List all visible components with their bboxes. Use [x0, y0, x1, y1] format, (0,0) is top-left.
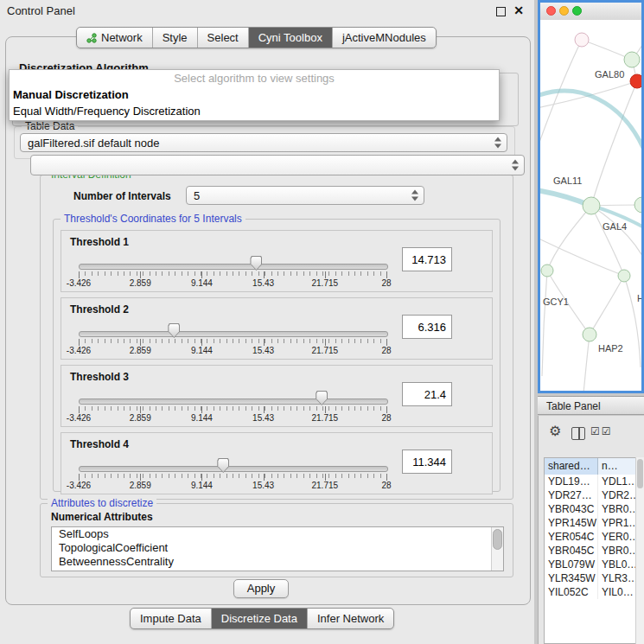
slider-major-tick — [325, 406, 326, 413]
gear-icon[interactable]: ⚙ — [549, 424, 561, 438]
close-icon[interactable]: ✕ — [513, 3, 524, 17]
table-data-combo[interactable]: galFiltered.sif default node — [20, 133, 507, 152]
table-row[interactable]: YLR345WYLR3… — [545, 571, 636, 585]
scrollbar[interactable] — [635, 457, 644, 644]
network-node[interactable] — [634, 197, 641, 213]
network-node[interactable] — [630, 74, 641, 88]
slider-major-tick — [264, 474, 265, 481]
network-node[interactable] — [583, 328, 596, 341]
network-node[interactable] — [575, 33, 589, 47]
slider-major-tick — [386, 271, 387, 278]
tab-cyni-toolbox[interactable]: Cyni Toolbox — [249, 28, 333, 48]
zoom-traffic-light[interactable] — [572, 6, 582, 16]
slider-scale-label: 9.144 — [191, 413, 213, 423]
threshold-panel: Threshold 3-3.4262.8599.14415.4321.71528… — [61, 365, 493, 427]
dropdown-option[interactable]: Manual Discretization — [10, 86, 499, 103]
float-window-icon[interactable] — [496, 7, 506, 16]
tab-discretize-data[interactable]: Discretize Data — [212, 609, 308, 628]
slider-major-tick — [201, 271, 202, 278]
slider-track[interactable] — [79, 399, 388, 405]
table-cell: YIL0… — [598, 585, 636, 599]
slider-thumb[interactable] — [250, 256, 262, 271]
slider-ticks — [79, 474, 387, 478]
network-node[interactable] — [624, 52, 640, 67]
column-header[interactable]: n… — [598, 458, 636, 475]
column-header[interactable]: shared… — [545, 458, 598, 475]
num-intervals-combo[interactable]: 5 — [186, 186, 424, 205]
numerical-attributes-label: Numerical Attributes — [51, 511, 153, 523]
slider-scale-label: 28 — [381, 278, 391, 288]
slider-scale-label: 9.144 — [191, 278, 213, 288]
slider-thumb-face — [251, 257, 261, 270]
table-row[interactable]: YBR043CYBR0… — [545, 502, 636, 516]
minimize-traffic-light[interactable] — [559, 6, 569, 16]
node-label: GAL11 — [553, 175, 582, 186]
network-canvas[interactable]: GAL80GAL11GAL4GCY1HAP2H — [540, 20, 641, 391]
table-cell: YLR3… — [598, 571, 636, 585]
table-row[interactable]: YER054CYER0… — [545, 530, 636, 544]
slider-ticks — [79, 271, 387, 276]
slider-major-tick — [386, 474, 387, 481]
table-row[interactable]: YBL079WYBL0… — [545, 558, 636, 571]
list-item[interactable]: SelfLoops — [52, 527, 503, 541]
slider-major-tick — [264, 406, 265, 413]
network-icon — [86, 33, 97, 43]
slider-scale-label: 28 — [381, 346, 391, 355]
tab-infer-network[interactable]: Infer Network — [308, 609, 393, 628]
columns-icon[interactable] — [571, 427, 585, 440]
threshold-label: Threshold 3 — [70, 371, 129, 383]
threshold-value-field[interactable]: 14.713 — [402, 247, 452, 271]
tab-jactivemnodules[interactable]: jActiveMNodules — [333, 28, 436, 48]
slider-scale-label: 9.144 — [191, 346, 213, 355]
slider-track[interactable] — [79, 466, 388, 472]
slider-major-tick — [140, 406, 141, 413]
close-traffic-light[interactable] — [546, 6, 556, 16]
threshold-value-field[interactable]: 21.4 — [402, 382, 452, 406]
slider-major-tick — [201, 474, 202, 481]
table-data-combo-text: galFiltered.sif default node — [28, 137, 159, 150]
scrollbar-thumb[interactable] — [637, 459, 643, 488]
slider-thumb[interactable] — [217, 458, 229, 473]
table-cell: YDL1… — [598, 475, 636, 488]
slider-thumb[interactable] — [168, 323, 180, 338]
algorithm-combo[interactable] — [30, 155, 525, 175]
slider-thumb-face — [218, 459, 228, 472]
tab-network[interactable]: Network — [77, 28, 153, 48]
network-node[interactable] — [618, 270, 630, 282]
table-cell: YBL0… — [598, 558, 636, 571]
network-node[interactable] — [541, 265, 553, 277]
threshold-value-field[interactable]: 11.344 — [402, 450, 452, 474]
list-item[interactable]: TopologicalCoefficient — [52, 541, 503, 555]
apply-button[interactable]: Apply — [233, 579, 289, 598]
dropdown-option[interactable]: Equal Width/Frequency Discretization — [10, 103, 499, 119]
tab-select[interactable]: Select — [198, 28, 249, 48]
slider-track[interactable] — [79, 331, 388, 337]
slider-track[interactable] — [79, 264, 388, 270]
tab-style[interactable]: Style — [153, 28, 198, 48]
list-item[interactable]: BetweennessCentrality — [52, 555, 503, 569]
stepper-icon — [511, 160, 520, 171]
table-row[interactable]: YDL19…YDL1… — [545, 475, 636, 488]
table-row[interactable]: YIL052CYIL0… — [545, 585, 636, 599]
tab-impute-data[interactable]: Impute Data — [131, 609, 212, 628]
network-svg[interactable]: GAL80GAL11GAL4GCY1HAP2H — [540, 20, 641, 391]
table-row[interactable]: YPR145WYPR1… — [545, 516, 636, 530]
toolbar-checks[interactable]: ☑☑ — [590, 425, 613, 437]
threshold-label: Threshold 1 — [70, 236, 129, 248]
threshold-value-field[interactable]: 6.316 — [402, 315, 452, 339]
numerical-attributes-listbox: SelfLoopsTopologicalCoefficientBetweenne… — [51, 526, 504, 571]
table-cell: YER054C — [545, 530, 598, 544]
network-view-window: GAL80GAL11GAL4GCY1HAP2H — [538, 0, 644, 393]
node-label: H — [637, 293, 641, 303]
slider-ticks — [79, 406, 387, 411]
network-node[interactable] — [583, 197, 600, 214]
table-panel-title: Table Panel — [538, 396, 644, 415]
table-row[interactable]: YBR045CYBR0… — [545, 544, 636, 558]
slider-scale-label: 21.715 — [312, 413, 339, 423]
slider-scale-label: -3.426 — [67, 346, 91, 355]
scrollbar-thumb[interactable] — [493, 529, 502, 550]
slider-thumb[interactable] — [316, 391, 328, 405]
scrollbar[interactable] — [491, 527, 503, 571]
bottom-tab-bar: Impute DataDiscretize DataInfer Network — [130, 608, 394, 629]
table-row[interactable]: YDR27…YDR2… — [545, 488, 636, 502]
